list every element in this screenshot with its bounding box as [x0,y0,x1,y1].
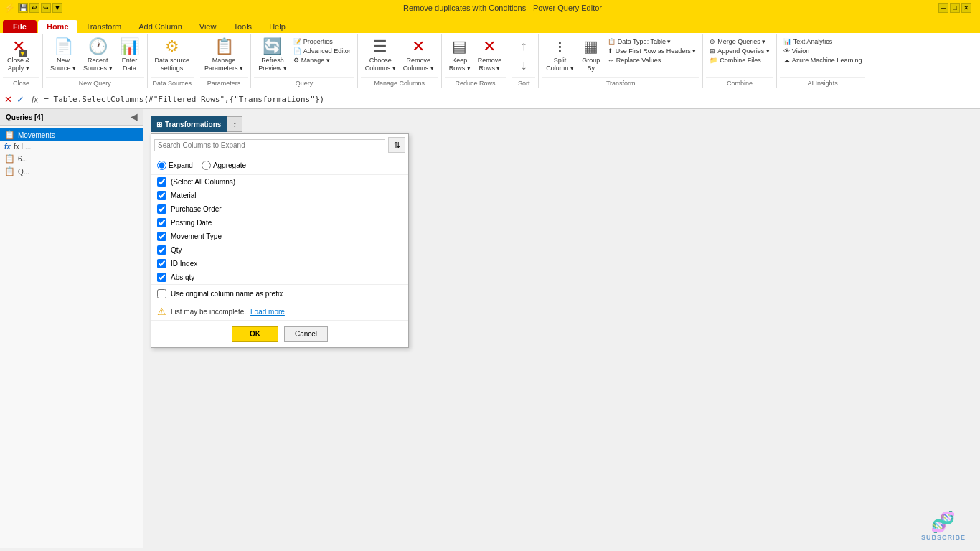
tab-file[interactable]: File [3,20,37,33]
ribbon-tabs: File Home Transform Add Column View Tool… [0,16,980,33]
keep-rows-button[interactable]: ▤ KeepRows ▾ [446,36,473,74]
q4-icon: 📋 [4,166,15,176]
maximize-button[interactable]: □ [950,3,960,13]
sort-desc-button[interactable]: ↓ [514,57,534,75]
col-item-id-index[interactable]: ID Index [151,257,408,270]
data-source-settings-icon: ⚙ [165,37,179,56]
merge-queries-button[interactable]: ⊕ Merge Queries ▾ [707,37,772,46]
col-checkbox-all[interactable] [157,177,166,187]
col-item-material[interactable]: Material [151,189,408,202]
combine-files-button[interactable]: 📁 Combine Files [707,56,772,65]
sort-asc-button[interactable]: ↑ [514,37,534,55]
sidebar-item-q3[interactable]: 📋 6... [0,152,143,165]
enter-data-button[interactable]: 📊 EnterData [117,36,143,74]
choose-columns-button[interactable]: ☰ ChooseColumns ▾ [362,36,399,74]
manage-columns-group-label: Manage Columns [361,77,438,88]
sidebar-item-fx[interactable]: fx fx L... [0,141,143,152]
manage-icon: ⚙ [293,57,299,64]
data-source-settings-label: Data sourcesettings [155,57,190,72]
vision-button[interactable]: 👁 Vision [781,47,864,55]
col-checkbox-posting-date[interactable] [157,218,166,227]
tab-transform[interactable]: Transform [77,20,131,33]
close-window-button[interactable]: ✕ [961,3,971,13]
subscribe-label: SUBSCRIBE [921,534,966,541]
tab-add-column[interactable]: Add Column [130,20,191,33]
close-apply-label: Close &Apply ▾ [7,57,30,72]
warning-row: ⚠ List may be incomplete. Load more [151,303,408,320]
data-source-settings-button[interactable]: ⚙ Data sourcesettings [152,36,193,74]
close-group-label: Close [3,77,39,88]
aggregate-radio-label[interactable]: Aggregate [202,161,246,170]
column-sort-button[interactable]: ↕ [227,116,242,132]
sidebar-collapse-button[interactable]: ◀ [131,112,137,122]
prefix-checkbox[interactable] [157,289,166,298]
col-item-movement-type[interactable]: Movement Type [151,230,408,243]
data-type-button[interactable]: 📋 Data Type: Table ▾ [606,37,699,46]
redo-button[interactable]: ↪ [41,3,51,13]
col-checkbox-abs-qty[interactable] [157,273,166,282]
tab-home[interactable]: Home [38,20,77,33]
group-by-icon: ▦ [583,37,598,56]
remove-rows-button[interactable]: ✕ RemoveRows ▾ [475,36,505,74]
col-checkbox-purchase-order[interactable] [157,204,166,214]
split-column-button[interactable]: ⫶ SplitColumn ▾ [543,36,577,74]
remove-columns-button[interactable]: ✕ RemoveColumns ▾ [400,36,437,74]
refresh-preview-button[interactable]: 🔄 RefreshPreview ▾ [255,36,290,74]
sidebar-item-q4[interactable]: 📋 Q... [0,165,143,178]
close-apply-button[interactable]: ✕ ▼ Close &Apply ▾ [4,36,33,74]
subscribe-watermark: 🧬 SUBSCRIBE [921,510,966,541]
window-title: Remove duplicates with Conditions - Powe… [70,4,936,12]
replace-values-label: Replace Values [616,57,661,64]
tab-view[interactable]: View [191,20,225,33]
col-item-qty[interactable]: Qty [151,243,408,257]
expand-radio-label[interactable]: Expand [157,161,193,170]
append-queries-icon: ⊞ [710,47,715,55]
manage-parameters-button[interactable]: 📋 ManageParameters ▾ [202,36,246,74]
load-more-link[interactable]: Load more [250,308,285,316]
col-checkbox-qty[interactable] [157,245,166,255]
column-header-area: ⊞ Transformations ↕ [151,116,242,132]
sidebar: Queries [4] ◀ 📋 Movements fx fx L... 📋 6… [0,109,143,548]
sort-columns-button[interactable]: ⇅ [388,137,405,153]
sidebar-item-movements[interactable]: 📋 Movements [0,128,143,141]
queries-count-label: Queries [4] [6,113,43,121]
title-bar-controls[interactable]: 💾 ↩ ↪ ▼ [18,3,62,13]
col-checkbox-id-index[interactable] [157,259,166,268]
col-item-abs-qty[interactable]: Abs qty [151,270,408,284]
tab-tools[interactable]: Tools [225,20,260,33]
customize-button[interactable]: ▼ [52,3,62,13]
col-checkbox-movement-type[interactable] [157,232,166,241]
col-item-posting-date[interactable]: Posting Date [151,216,408,230]
tab-help[interactable]: Help [260,20,294,33]
manage-parameters-label: ManageParameters ▾ [204,57,243,72]
save-button[interactable]: 💾 [18,3,28,13]
dna-icon: 🧬 [930,510,956,534]
search-columns-input[interactable] [154,139,385,151]
ribbon-group-query: 🔄 RefreshPreview ▾ 📝 Properties 📄 Advanc… [251,34,358,88]
new-source-button[interactable]: 📄 NewSource ▾ [47,36,79,74]
col-item-all[interactable]: (Select All Columns) [151,175,408,189]
append-queries-button[interactable]: ⊞ Append Queries ▾ [707,47,772,55]
properties-button[interactable]: 📝 Properties [291,37,353,46]
use-first-row-button[interactable]: ⬆ Use First Row as Headers ▾ [606,47,699,55]
expand-radio[interactable] [157,161,166,170]
group-by-button[interactable]: ▦ GroupBy [578,36,604,74]
text-analytics-button[interactable]: 📊 Text Analytics [781,37,864,46]
merge-queries-icon: ⊕ [710,38,715,45]
formula-cancel-icon[interactable]: ✕ [3,94,14,105]
aggregate-radio[interactable] [202,161,211,170]
undo-button[interactable]: ↩ [29,3,39,13]
transformations-column-tab[interactable]: ⊞ Transformations [151,116,227,132]
window-controls[interactable]: ─ □ ✕ [938,3,971,13]
minimize-button[interactable]: ─ [938,3,948,13]
manage-button[interactable]: ⚙ Manage ▾ [291,56,353,65]
col-item-purchase-order[interactable]: Purchase Order [151,202,408,216]
advanced-editor-button[interactable]: 📄 Advanced Editor [291,47,353,55]
azure-ml-button[interactable]: ☁ Azure Machine Learning [781,56,864,65]
ok-button[interactable]: OK [232,326,278,342]
cancel-button[interactable]: Cancel [284,326,328,342]
recent-sources-button[interactable]: 🕐 RecentSources ▾ [80,36,116,74]
replace-values-button[interactable]: ↔ Replace Values [606,56,699,65]
col-checkbox-material[interactable] [157,191,166,200]
formula-accept-icon[interactable]: ✓ [15,94,26,105]
